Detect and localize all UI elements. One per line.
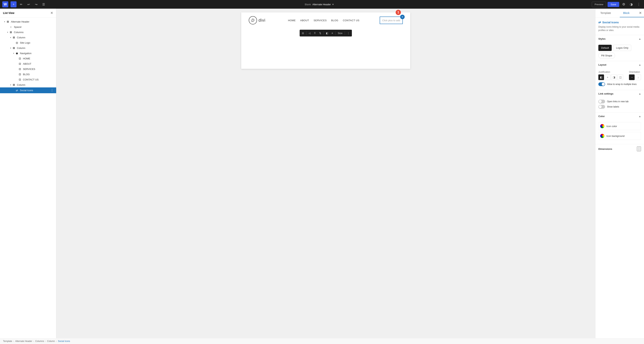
save-button[interactable]: Save <box>608 2 619 7</box>
undo-button[interactable]: ↩ <box>26 1 32 7</box>
main-layout: List View ✕ ▾ ⊞ Alternate Header ↕ Space… <box>0 9 644 338</box>
preview-button[interactable]: Preview <box>592 2 606 7</box>
more-options-button[interactable]: ⋮ <box>636 1 642 7</box>
social-icons-add-button[interactable]: + <box>400 15 405 19</box>
tree-item-column-3[interactable]: ▾ ⊞ Column <box>0 82 56 87</box>
breadcrumb-alternate-header[interactable]: Alternate Header <box>15 340 32 342</box>
block-toolbar-more-button[interactable]: ⋮ <box>346 31 351 36</box>
redo-button[interactable]: ↪ <box>33 1 39 7</box>
style-logos-only-button[interactable]: Logos Only <box>613 45 631 51</box>
block-info-title: ⇄ Social Icons <box>598 21 641 24</box>
settings-icon-button[interactable]: ⚙ <box>621 1 627 7</box>
icon-background-row[interactable]: Icon background <box>598 132 641 140</box>
justify-center-button[interactable]: + <box>605 75 610 80</box>
breadcrumb-template[interactable]: Template <box>3 340 12 342</box>
add-block-button[interactable]: + <box>10 1 16 7</box>
styles-section: Styles ▲ Default Logos Only Pill Shape <box>595 35 644 61</box>
orient-horizontal-button[interactable]: → <box>629 75 634 80</box>
block-toolbar-move-button[interactable]: ⇅ <box>318 31 323 36</box>
tree-item-column-1[interactable]: ▾ ⊞ Column <box>0 35 56 40</box>
badge-1-text: 1 <box>398 11 399 14</box>
wrap-toggle[interactable] <box>598 82 605 86</box>
list-view-panel: List View ✕ ▾ ⊞ Alternate Header ↕ Space… <box>0 9 56 338</box>
template-dropdown-button[interactable]: ▾ <box>332 3 334 6</box>
column-2-icon: ⊞ <box>12 46 16 50</box>
nav-services-icon: ⊡ <box>18 67 22 71</box>
nav-link-home[interactable]: HOME <box>288 19 296 22</box>
style-default-button[interactable]: Default <box>598 45 612 51</box>
block-toolbar-drag-button[interactable]: ⠿ <box>312 31 317 36</box>
list-view-close-button[interactable]: ✕ <box>50 11 53 15</box>
tree-label-nav-services: SERVICES <box>23 68 35 71</box>
icon-color-row[interactable]: Icon color <box>598 122 641 130</box>
icon-color-swatch[interactable] <box>600 124 604 128</box>
color-section-header[interactable]: Color ▲ <box>595 113 644 120</box>
icon-background-swatch[interactable] <box>600 134 604 138</box>
block-toolbar-align-left-button[interactable]: ◧ <box>324 31 330 36</box>
tree-toggle-column-2: ▾ <box>9 47 12 50</box>
link-settings-content: Open links in new tab Show labels <box>595 97 644 112</box>
breadcrumb-social-icons[interactable]: Social Icons <box>58 340 70 342</box>
style-pill-shape-button[interactable]: Pill Shape <box>598 53 615 59</box>
link-settings-header[interactable]: Link settings ▲ <box>595 90 644 97</box>
dimensions-more-button[interactable]: ⋮ <box>637 146 641 151</box>
toolbar-sep-1 <box>306 31 306 35</box>
layout-section-title: Layout <box>598 63 606 66</box>
nav-link-blog[interactable]: BLOG <box>331 19 338 22</box>
tree-item-nav-about[interactable]: ⊡ ABOUT <box>0 61 56 66</box>
tree-item-columns[interactable]: ▾ ⊞ Columns <box>0 30 56 35</box>
logo-text: divi <box>258 18 266 23</box>
badge-1: 1 <box>396 10 401 15</box>
social-icons-more-button[interactable]: ⋮ <box>50 88 55 93</box>
tree-toggle-columns: ▾ <box>6 31 9 34</box>
layout-section-content: Justification ◧ + ◨ ◫ Orientation → ↓ <box>595 68 644 90</box>
social-icons-block[interactable]: Click plus to add + <box>380 17 403 24</box>
tree-item-navigation[interactable]: ▾ ◉ Navigation <box>0 51 56 56</box>
styles-section-title: Styles <box>598 38 606 40</box>
justify-right-button[interactable]: ◨ <box>611 75 617 80</box>
right-panel-close-button[interactable]: ✕ <box>637 9 644 17</box>
tree-item-alternate-header[interactable]: ▾ ⊞ Alternate Header <box>0 19 56 24</box>
tree-item-nav-contact[interactable]: ⊡ CONTACT US <box>0 77 56 82</box>
wp-logo[interactable]: W <box>2 1 8 7</box>
tab-block[interactable]: Block <box>616 9 637 17</box>
tree-label-nav-blog: BLOG <box>23 73 30 76</box>
tree-label-social-icons: Social Icons <box>20 89 33 92</box>
list-view-header: List View ✕ <box>0 9 56 18</box>
tree-item-social-icons[interactable]: ⇄ Social Icons ⋮ <box>0 87 56 93</box>
nav-link-contact[interactable]: CONTACT US <box>343 19 360 22</box>
breadcrumb-column[interactable]: Column <box>47 340 55 342</box>
column-1-icon: ⊞ <box>12 36 16 39</box>
icon-background-label: Icon background <box>606 135 624 137</box>
tree-item-nav-blog[interactable]: ⊡ BLOG <box>0 72 56 77</box>
tree-item-nav-home[interactable]: ⊡ HOME <box>0 56 56 61</box>
show-labels-toggle[interactable] <box>598 105 605 109</box>
tree-item-column-2[interactable]: ▾ ⊞ Column <box>0 45 56 51</box>
tree-item-spacer[interactable]: ↕ Spacer <box>0 24 56 30</box>
edit-button[interactable]: ✏ <box>18 1 24 7</box>
layout-section-header[interactable]: Layout ▲ <box>595 61 644 68</box>
link-settings-section: Link settings ▲ Open links in new tab Sh… <box>595 90 644 113</box>
block-toolbar-toggle-button[interactable]: ⊟ <box>300 31 306 36</box>
tab-template[interactable]: Template <box>595 9 616 17</box>
breadcrumb-columns[interactable]: Columns <box>35 340 44 342</box>
tree-toggle-navigation: ▾ <box>12 52 15 55</box>
new-tab-toggle[interactable] <box>598 100 605 103</box>
list-view-button[interactable]: ☰ <box>40 1 46 7</box>
template-blank-label: Blank <box>305 3 311 6</box>
block-toolbar-share-button[interactable]: ◁ <box>307 31 312 36</box>
tree-item-nav-services[interactable]: ⊡ SERVICES <box>0 66 56 72</box>
tree-toggle-column-1: ▾ <box>9 36 12 39</box>
justify-stretch-button[interactable]: ◫ <box>618 75 623 80</box>
block-toolbar-align-center-button[interactable]: ≡ <box>330 31 334 36</box>
orient-vertical-button[interactable]: ↓ <box>635 75 641 80</box>
tree-item-site-logo[interactable]: ◎ Site Logo <box>0 40 56 45</box>
justify-left-button[interactable]: ◧ <box>598 75 604 80</box>
tree-toggle-nav-blog <box>15 73 18 76</box>
block-toolbar-size-button[interactable]: Size <box>336 31 344 36</box>
nav-link-services[interactable]: SERVICES <box>314 19 327 22</box>
styles-section-header[interactable]: Styles ▲ <box>595 35 644 43</box>
appearance-button[interactable]: ◑ <box>628 1 634 7</box>
nav-link-about[interactable]: ABOUT <box>300 19 309 22</box>
show-labels-toggle-label: Show labels <box>607 106 619 108</box>
